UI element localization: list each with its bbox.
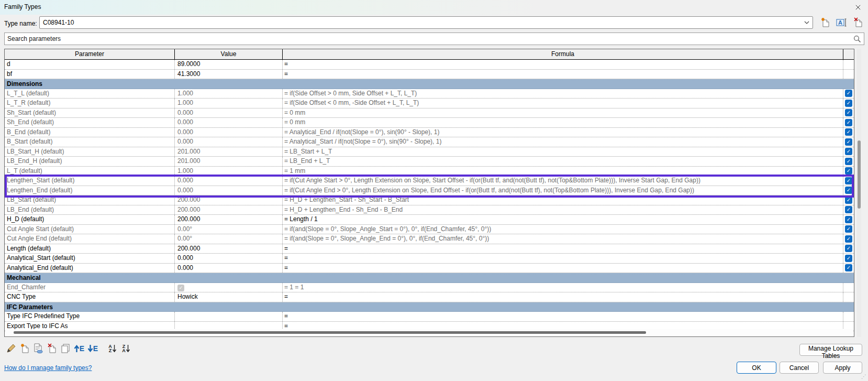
table-row[interactable]: Cut Angle Start (default)0.00°= if(and(S… <box>5 225 854 235</box>
parameter-formula[interactable]: = if(and(Slope = 0°, Slope_Angle_End = 0… <box>283 234 843 244</box>
associate-checkbox-checked[interactable]: ✓ <box>845 167 852 175</box>
table-row[interactable]: Lengthen_End (default)0.000= if(Cut Angl… <box>5 186 854 196</box>
sort-descending-button[interactable]: ZA <box>119 342 133 355</box>
parameter-formula[interactable]: = <box>283 312 843 321</box>
parameter-value[interactable]: 89.0000 <box>175 60 283 69</box>
parameter-value[interactable]: 0.000 <box>175 108 283 118</box>
parameter-value[interactable]: Howick <box>175 292 283 302</box>
table-row[interactable]: Sh_End (default)0.000= 0 mm✓ <box>5 118 854 128</box>
vertical-scrollbar[interactable] <box>857 49 861 337</box>
delete-parameter-button[interactable] <box>45 342 59 355</box>
horizontal-scrollbar-thumb[interactable] <box>14 331 646 334</box>
parameter-formula[interactable]: = if(and(Slope = 0°, Slope_Angle_Start =… <box>283 225 843 234</box>
type-name-combobox[interactable]: C08941-10 <box>39 16 813 29</box>
table-row[interactable]: B_End (default)0.000= Analytical_End / i… <box>5 128 854 138</box>
parameter-value[interactable]: 200.000 <box>175 215 283 224</box>
table-row[interactable]: B_Start (default)0.000= Analytical_Start… <box>5 137 854 147</box>
manage-lookup-tables-button[interactable]: Manage Lookup Tables <box>799 344 862 356</box>
table-row[interactable]: Cut Angle End (default)0.00°= if(and(Slo… <box>5 234 854 244</box>
new-type-button[interactable] <box>818 16 832 29</box>
parameter-formula[interactable]: = Analytical_End / if(not(Slope = 0°), s… <box>283 128 843 137</box>
parameter-value[interactable]: 0.000 <box>175 254 283 263</box>
parameter-value[interactable]: 0.00° <box>175 225 283 234</box>
apply-button[interactable]: Apply <box>823 362 862 374</box>
table-row[interactable]: L_T_R (default)1.000= if(Side Offset < 0… <box>5 99 854 108</box>
parameter-formula[interactable]: = 0 mm <box>283 118 843 127</box>
table-row[interactable]: Analytical_End (default)0.000=✓ <box>5 264 854 274</box>
associate-checkbox-checked[interactable]: ✓ <box>845 138 852 146</box>
ok-button[interactable]: OK <box>737 362 776 374</box>
table-row[interactable]: End_Chamfer✓= 1 = 1 <box>5 283 854 293</box>
parameter-formula[interactable]: = <box>283 254 843 263</box>
table-row[interactable]: Length (default)200.000=✓ <box>5 244 854 254</box>
parameter-value[interactable]: ✓ <box>175 283 283 292</box>
parameter-value[interactable]: 0.00° <box>175 234 283 244</box>
associate-checkbox-checked[interactable]: ✓ <box>845 158 852 165</box>
associate-checkbox-checked[interactable]: ✓ <box>845 264 852 271</box>
sort-ascending-button[interactable]: AZ <box>106 342 119 355</box>
parameter-formula[interactable]: = <box>283 264 843 273</box>
parameter-formula[interactable]: = if(Cut Angle Start > 0°, Length Extens… <box>283 176 843 186</box>
parameter-value[interactable]: 0.000 <box>175 264 283 273</box>
parameter-value[interactable]: 200.000 <box>175 205 283 215</box>
parameter-formula[interactable]: = LB_Start + L_T <box>283 147 843 157</box>
parameter-formula[interactable]: = Analytical_Start / if(not(Slope = 0°),… <box>283 137 843 147</box>
parameter-value[interactable]: 1.000 <box>175 99 283 108</box>
vertical-scrollbar-thumb[interactable] <box>858 140 861 209</box>
table-row[interactable]: CNC TypeHowick= <box>5 292 854 302</box>
parameter-value[interactable]: 0.000 <box>175 176 283 186</box>
table-row[interactable]: LB_Start_H (default)201.000= LB_Start + … <box>5 147 854 157</box>
parameter-value[interactable]: 0.000 <box>175 128 283 137</box>
move-parameter-up-button[interactable]: E <box>72 342 86 355</box>
associate-checkbox-checked[interactable]: ✓ <box>845 235 852 243</box>
table-row[interactable]: Type IFC Predefined Type= <box>5 312 854 322</box>
associate-checkbox-checked[interactable]: ✓ <box>845 100 852 107</box>
parameter-value[interactable]: 1.000 <box>175 167 283 176</box>
table-row[interactable]: Analytical_Start (default)0.000=✓ <box>5 254 854 264</box>
associate-checkbox-checked[interactable]: ✓ <box>845 109 852 116</box>
parameter-formula[interactable]: = if(Side Offset < 0 mm, -Side Offset + … <box>283 99 843 108</box>
table-row[interactable]: L_T_L (default)1.000= if(Side Offset > 0… <box>5 89 854 99</box>
parameter-formula[interactable]: = 1 mm <box>283 167 843 176</box>
parameter-formula[interactable]: = <box>283 60 843 69</box>
parameter-value[interactable]: 200.000 <box>175 244 283 254</box>
move-parameter-down-button[interactable]: E <box>86 342 99 355</box>
parameter-value[interactable]: 201.000 <box>175 147 283 157</box>
new-parameter-button[interactable] <box>18 342 31 355</box>
associate-checkbox-checked[interactable]: ✓ <box>845 225 852 233</box>
edit-parameter-button[interactable] <box>4 342 18 355</box>
table-row[interactable]: LB_End_H (default)201.000= LB_End + L_T✓ <box>5 157 854 167</box>
help-link[interactable]: How do I manage family types? <box>4 364 92 372</box>
parameter-formula[interactable]: = 0 mm <box>283 108 843 118</box>
parameter-value[interactable]: 1.000 <box>175 89 283 99</box>
duplicate-parameter-button[interactable] <box>59 342 72 355</box>
parameter-value[interactable]: 200.000 <box>175 195 283 205</box>
parameter-formula[interactable]: = if(Cut Angle End > 0°, Length Extensio… <box>283 186 843 195</box>
associate-checkbox-checked[interactable]: ✓ <box>845 90 852 97</box>
parameter-formula[interactable]: = <box>283 244 843 254</box>
parameter-formula[interactable]: = H_D + Lengthen_End - Sh_End - B_End <box>283 205 843 215</box>
parameter-value[interactable]: 0.000 <box>175 186 283 195</box>
rename-type-button[interactable]: A <box>835 16 849 29</box>
parameter-formula[interactable]: = LB_End + L_T <box>283 157 843 166</box>
table-row[interactable]: LB_End (default)200.000= H_D + Lengthen_… <box>5 205 854 215</box>
associate-checkbox-checked[interactable]: ✓ <box>845 148 852 155</box>
parameter-value[interactable]: 201.000 <box>175 157 283 166</box>
table-row[interactable]: d89.0000= <box>5 60 854 70</box>
associate-checkbox-checked[interactable]: ✓ <box>845 255 852 262</box>
parameter-formula[interactable]: = 1 = 1 <box>283 283 843 292</box>
parameter-formula[interactable]: = <box>283 292 843 302</box>
chevron-down-icon[interactable] <box>801 21 813 24</box>
parameter-value[interactable]: 0.000 <box>175 118 283 127</box>
associate-checkbox-checked[interactable]: ✓ <box>845 197 852 204</box>
parameter-formula[interactable]: = if(Side Offset > 0 mm, Side Offset + L… <box>283 89 843 99</box>
close-button[interactable] <box>852 2 864 13</box>
resize-grip[interactable]: ⋰ <box>861 374 866 379</box>
table-row[interactable]: bf41.3000= <box>5 70 854 80</box>
parameter-value[interactable] <box>175 312 283 321</box>
table-row[interactable]: L_T (default)1.000= 1 mm✓ <box>5 167 854 177</box>
associate-checkbox-checked[interactable]: ✓ <box>845 177 852 184</box>
table-row[interactable]: Lengthen_Start (default)0.000= if(Cut An… <box>5 176 854 186</box>
horizontal-scrollbar[interactable] <box>5 329 853 336</box>
parameter-formula[interactable]: = H_D + Lengthen_Start - Sh_Start - B_St… <box>283 195 843 205</box>
